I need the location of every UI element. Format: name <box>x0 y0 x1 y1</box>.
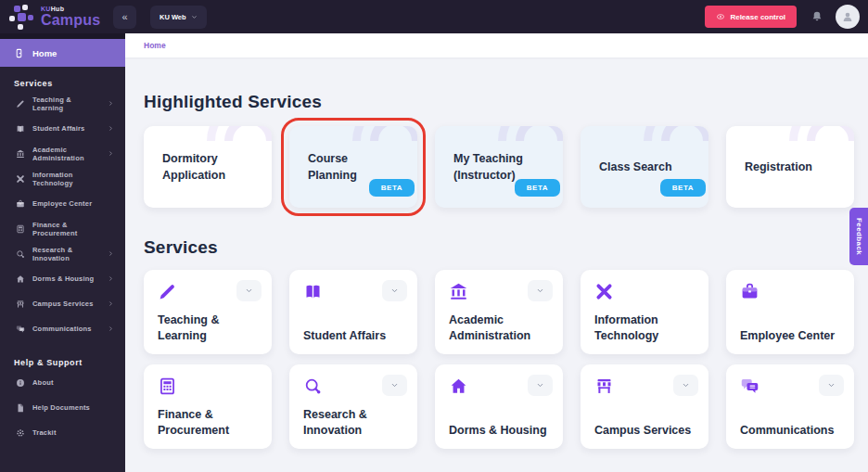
chevron-down-icon <box>390 287 399 295</box>
sidebar-item-research-innovation[interactable]: Research & Innovation <box>0 241 125 266</box>
expand-button[interactable] <box>382 280 407 301</box>
services-grid: Teaching & Learning Student Affairs Acad… <box>144 270 868 449</box>
chat-icon <box>16 325 25 334</box>
book-icon <box>16 124 25 134</box>
house-icon <box>16 274 25 284</box>
beta-badge: BETA <box>660 179 706 197</box>
highlight-card-dormitory-application[interactable]: Dormitory Application <box>144 126 272 208</box>
service-card-campus-services[interactable]: Campus Services <box>581 364 708 449</box>
info-icon <box>16 378 25 388</box>
highlight-card-class-search[interactable]: Class Search BETA <box>581 126 708 208</box>
service-card-academic-administration[interactable]: Academic Administration <box>435 270 563 354</box>
briefcase-icon <box>16 199 25 209</box>
breadcrumb[interactable]: Home <box>144 41 166 50</box>
workspace-label: KU Web <box>160 13 186 21</box>
sidebar-item-finance-procurement[interactable]: Finance & Procurement <box>0 216 125 241</box>
service-card-research-innovation[interactable]: Research & Innovation <box>289 364 417 449</box>
service-card-finance-procurement[interactable]: Finance & Procurement <box>144 364 272 449</box>
sidebar-item-dorms-housing[interactable]: Dorms & Housing <box>0 266 125 291</box>
release-control-label: Release control <box>730 13 785 21</box>
top-bar: KUHub Campus « KU Web Release control <box>0 0 868 33</box>
gear-icon <box>16 428 25 438</box>
service-card-information-technology[interactable]: Information Technology <box>581 270 708 354</box>
sidebar-item-teaching-learning[interactable]: Teaching & Learning <box>0 91 125 116</box>
highlight-card-course-planning[interactable]: Course Planning BETA <box>289 126 417 208</box>
expand-button[interactable] <box>382 375 407 396</box>
chevron-down-icon <box>827 381 836 389</box>
store-icon <box>16 300 25 309</box>
app-logo: KUHub Campus <box>0 5 109 30</box>
highlight-card-registration[interactable]: Registration <box>726 126 854 208</box>
sidebar-section-services: Services <box>0 79 125 88</box>
breadcrumb-bar: Home <box>125 33 868 57</box>
chevron-right-icon <box>108 325 114 332</box>
sidebar-item-help-documents[interactable]: Help Documents <box>0 395 125 420</box>
feedback-tab[interactable]: Feedback <box>849 208 868 265</box>
service-card-communications[interactable]: Communications <box>726 364 854 449</box>
app-window: KUHub Campus « KU Web Release control Ho… <box>0 0 868 472</box>
expand-button[interactable] <box>528 280 553 301</box>
chevron-down-icon <box>390 381 399 389</box>
main-content: Home Highlighted Services Dormitory Appl… <box>125 33 868 472</box>
release-control-button[interactable]: Release control <box>705 6 797 28</box>
highlighted-services-row: Dormitory Application Course Planning BE… <box>144 126 868 208</box>
logo-mark-icon <box>9 5 34 30</box>
logo-kuhub: KUHub <box>41 6 100 12</box>
store-icon <box>594 376 614 396</box>
sidebar-item-trackit[interactable]: Trackit <box>0 420 125 445</box>
chevron-right-icon <box>108 125 114 132</box>
chevron-right-icon <box>108 150 114 157</box>
service-card-teaching-learning[interactable]: Teaching & Learning <box>144 270 272 354</box>
expand-button[interactable] <box>236 280 262 301</box>
chevron-right-icon <box>108 250 114 257</box>
logo-campus: Campus <box>41 13 100 28</box>
bell-icon <box>811 10 823 23</box>
sidebar-item-communications[interactable]: Communications <box>0 316 125 341</box>
expand-button[interactable] <box>673 375 698 396</box>
chevron-down-icon <box>536 287 544 295</box>
pencil-icon <box>16 99 25 108</box>
door-icon <box>14 48 24 58</box>
chevron-down-icon <box>536 381 544 389</box>
sidebar-collapse-button[interactable]: « <box>113 6 136 29</box>
highlighted-services-title: Highlighted Services <box>144 92 868 112</box>
calculator-icon <box>158 376 177 396</box>
magnifier-icon <box>303 376 323 396</box>
highlight-card-my-teaching[interactable]: My Teaching (Instructor) BETA <box>435 126 563 208</box>
beta-badge: BETA <box>369 179 415 197</box>
sidebar-item-home[interactable]: Home <box>0 39 125 67</box>
beta-badge: BETA <box>515 179 560 197</box>
pencil-icon <box>158 282 177 301</box>
expand-button[interactable] <box>528 375 553 396</box>
workspace-selector[interactable]: KU Web <box>150 6 207 29</box>
tools-x-icon <box>594 282 614 301</box>
briefcase-icon <box>740 282 760 301</box>
house-icon <box>449 376 468 396</box>
sidebar-item-academic-administration[interactable]: Academic Administration <box>0 141 125 166</box>
user-avatar[interactable] <box>836 5 860 29</box>
sidebar-item-employee-center[interactable]: Employee Center <box>0 191 125 216</box>
chevron-right-icon <box>108 300 114 307</box>
notifications-button[interactable] <box>811 10 823 23</box>
bank-icon <box>16 149 25 159</box>
sidebar-item-student-affairs[interactable]: Student Affairs <box>0 116 125 141</box>
sidebar-home-label: Home <box>32 48 57 58</box>
tools-x-icon <box>16 174 25 184</box>
expand-button[interactable] <box>819 375 844 396</box>
service-card-employee-center[interactable]: Employee Center <box>726 270 854 354</box>
sidebar-item-campus-services[interactable]: Campus Services <box>0 291 125 316</box>
service-card-student-affairs[interactable]: Student Affairs <box>289 270 417 354</box>
chat-icon <box>740 376 760 396</box>
chevron-down-icon <box>191 14 198 20</box>
sidebar-item-about[interactable]: About <box>0 370 125 395</box>
magnifier-icon <box>16 249 25 259</box>
calculator-icon <box>16 224 25 234</box>
document-icon <box>16 403 25 413</box>
sidebar-section-help-support: Help & Support <box>0 358 125 367</box>
eye-icon <box>716 12 725 21</box>
sidebar-item-information-technology[interactable]: Information Technology <box>0 166 125 191</box>
user-icon <box>841 10 854 23</box>
chevron-right-icon <box>108 100 114 107</box>
service-card-dorms-housing[interactable]: Dorms & Housing <box>435 364 563 449</box>
bank-icon <box>449 282 468 301</box>
